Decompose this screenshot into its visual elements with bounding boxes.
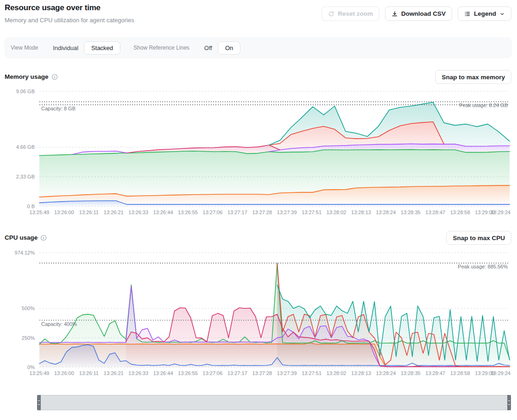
- memory-section-header: Memory usage Snap to max memory: [0, 70, 517, 85]
- svg-text:13:27:28: 13:27:28: [252, 210, 272, 215]
- svg-text:13:27:28: 13:27:28: [252, 370, 272, 376]
- svg-text:13:28:24: 13:28:24: [376, 210, 396, 215]
- reference-lines-on[interactable]: On: [218, 41, 240, 55]
- cpu-usage-chart[interactable]: 974.12%500%250%0%13:25:4913:26:0013:26:1…: [0, 248, 517, 387]
- svg-text:13:26:21: 13:26:21: [104, 210, 124, 215]
- header-actions: Reset zoom Download CSV Legend: [322, 6, 511, 21]
- svg-text:13:26:55: 13:26:55: [178, 370, 198, 376]
- cpu-usage-title-text: CPU usage: [5, 234, 38, 241]
- snap-to-max-memory-button[interactable]: Snap to max memory: [435, 70, 511, 84]
- svg-text:13:28:58: 13:28:58: [450, 370, 470, 376]
- svg-text:13:26:55: 13:26:55: [178, 210, 198, 215]
- svg-text:2.33 GB: 2.33 GB: [16, 174, 35, 179]
- resource-usage-dashboard: { "header": { "title": "Resource usage o…: [0, 0, 517, 420]
- view-mode-individual[interactable]: Individual: [47, 42, 84, 54]
- svg-text:13:26:21: 13:26:21: [104, 370, 124, 376]
- svg-text:13:26:44: 13:26:44: [153, 370, 173, 376]
- view-mode-label: View Mode: [11, 45, 38, 51]
- svg-text:Peak usage: 885.56%: Peak usage: 885.56%: [458, 264, 508, 269]
- svg-text:13:29:24: 13:29:24: [491, 210, 511, 215]
- snap-to-max-cpu-button[interactable]: Snap to max CPU: [446, 231, 511, 245]
- svg-text:13:28:13: 13:28:13: [351, 210, 371, 215]
- svg-text:13:28:35: 13:28:35: [401, 210, 421, 215]
- page-title: Resource usage over time: [5, 3, 101, 13]
- brush-left-handle[interactable]: [37, 395, 41, 410]
- svg-text:13:28:24: 13:28:24: [376, 370, 396, 376]
- time-range-brush[interactable]: [37, 395, 511, 410]
- chevron-down-icon: [499, 11, 505, 17]
- svg-text:13:27:51: 13:27:51: [302, 210, 322, 215]
- cpu-section-header: CPU usage Snap to max CPU: [0, 231, 517, 246]
- info-icon[interactable]: [40, 235, 47, 241]
- svg-text:974.12%: 974.12%: [15, 250, 35, 255]
- svg-text:13:28:47: 13:28:47: [425, 210, 445, 215]
- svg-text:Capacity: 8 GB: Capacity: 8 GB: [41, 106, 76, 111]
- show-reference-lines-label: Show Reference Lines: [133, 45, 189, 51]
- svg-text:13:27:06: 13:27:06: [203, 210, 223, 215]
- svg-text:13:27:17: 13:27:17: [227, 370, 247, 376]
- svg-text:13:28:13: 13:28:13: [351, 370, 371, 376]
- svg-text:4.66 GB: 4.66 GB: [16, 144, 35, 150]
- download-icon: [391, 11, 398, 17]
- legend-button[interactable]: Legend: [458, 6, 511, 21]
- reset-zoom-label: Reset zoom: [338, 10, 373, 17]
- page-subtitle: Memory and CPU utilization for agent cat…: [5, 17, 134, 24]
- svg-text:13:25:49: 13:25:49: [30, 210, 50, 215]
- svg-text:0%: 0%: [27, 364, 35, 370]
- svg-text:13:28:47: 13:28:47: [425, 370, 445, 376]
- reset-zoom-icon: [328, 11, 334, 17]
- svg-text:13:28:02: 13:28:02: [327, 370, 347, 376]
- svg-text:13:26:00: 13:26:00: [54, 370, 74, 376]
- svg-text:13:27:06: 13:27:06: [203, 370, 223, 376]
- svg-text:13:25:49: 13:25:49: [30, 370, 50, 376]
- svg-text:13:26:33: 13:26:33: [128, 210, 148, 215]
- svg-text:13:28:02: 13:28:02: [327, 210, 347, 215]
- svg-text:13:27:39: 13:27:39: [277, 210, 297, 215]
- memory-usage-title: Memory usage: [5, 73, 58, 80]
- svg-text:13:26:11: 13:26:11: [79, 210, 99, 215]
- svg-text:Capacity: 400%: Capacity: 400%: [41, 321, 77, 327]
- svg-text:13:28:35: 13:28:35: [401, 370, 421, 376]
- memory-usage-chart[interactable]: 9.06 GB4.66 GB2.33 GB0 B13:25:4913:26:00…: [0, 86, 517, 225]
- svg-text:0 B: 0 B: [27, 204, 35, 209]
- reset-zoom-button[interactable]: Reset zoom: [322, 6, 379, 21]
- svg-text:13:26:11: 13:26:11: [79, 370, 99, 376]
- cpu-usage-title: CPU usage: [5, 234, 47, 241]
- reference-lines-off[interactable]: Off: [199, 42, 218, 54]
- legend-label: Legend: [474, 10, 496, 17]
- svg-text:13:28:58: 13:28:58: [450, 210, 470, 215]
- download-csv-label: Download CSV: [401, 10, 446, 17]
- svg-text:Peak usage: 8.24 GB: Peak usage: 8.24 GB: [459, 102, 508, 108]
- svg-text:13:26:44: 13:26:44: [153, 210, 173, 215]
- info-icon[interactable]: [51, 74, 58, 80]
- brush-right-handle[interactable]: [507, 395, 511, 410]
- memory-usage-title-text: Memory usage: [5, 73, 49, 80]
- download-csv-button[interactable]: Download CSV: [385, 6, 452, 21]
- svg-text:250%: 250%: [22, 335, 35, 341]
- svg-text:13:27:51: 13:27:51: [302, 370, 322, 376]
- svg-text:13:27:39: 13:27:39: [277, 370, 297, 376]
- svg-text:500%: 500%: [22, 305, 35, 311]
- svg-text:13:26:00: 13:26:00: [54, 210, 74, 215]
- view-mode-stacked[interactable]: Stacked: [84, 41, 120, 55]
- svg-text:9.06 GB: 9.06 GB: [16, 89, 35, 94]
- legend-list-icon: [464, 11, 471, 17]
- svg-text:13:27:17: 13:27:17: [227, 210, 247, 215]
- svg-text:13:29:24: 13:29:24: [491, 370, 511, 376]
- svg-text:13:26:33: 13:26:33: [128, 370, 148, 376]
- chart-options-toolbar: View Mode Individual Stacked Show Refere…: [5, 38, 511, 58]
